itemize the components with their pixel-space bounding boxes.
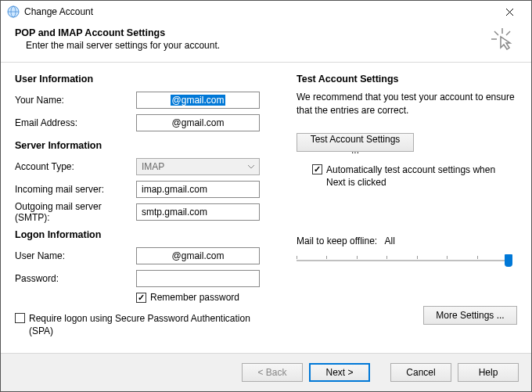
password-label: Password: xyxy=(15,273,136,284)
account-type-select: IMAP xyxy=(136,158,260,175)
mail-offline-value: All xyxy=(385,236,395,246)
user-name-input[interactable] xyxy=(136,247,260,264)
titlebar: Change Account xyxy=(1,1,531,23)
server-information-heading: Server Information xyxy=(15,140,273,151)
user-information-heading: User Information xyxy=(15,74,273,85)
auto-test-row[interactable]: Automatically test account settings when… xyxy=(312,164,517,189)
svg-line-8 xyxy=(506,31,510,35)
mail-offline-label: Mail to keep offline: xyxy=(297,236,377,246)
change-account-dialog: Change Account POP and IMAP Account Sett… xyxy=(0,0,532,392)
test-recommendation-text: We recommend that you test your account … xyxy=(297,91,517,117)
spa-checkbox[interactable] xyxy=(15,313,25,323)
remember-password-label: Remember password xyxy=(150,292,239,303)
your-name-label: Your Name: xyxy=(15,95,136,106)
chevron-down-icon xyxy=(244,160,258,174)
right-column: Test Account Settings We recommend that … xyxy=(297,74,517,345)
mail-offline-section: Mail to keep offline: All xyxy=(297,236,517,267)
window-title: Change Account xyxy=(24,6,494,17)
header-title: POP and IMAP Account Settings xyxy=(15,27,517,38)
content-area: User Information Your Name: @gmail.com E… xyxy=(1,63,531,353)
auto-test-label: Automatically test account settings when… xyxy=(326,164,517,189)
spa-label: Require logon using Secure Password Auth… xyxy=(29,312,273,337)
account-type-label: Account Type: xyxy=(15,161,136,172)
incoming-server-input[interactable] xyxy=(136,181,260,198)
outgoing-server-input[interactable] xyxy=(136,203,260,221)
help-button[interactable]: Help xyxy=(458,363,519,382)
password-input[interactable] xyxy=(136,270,260,287)
app-icon xyxy=(7,5,20,18)
slider-thumb[interactable] xyxy=(505,254,512,267)
left-column: User Information Your Name: @gmail.com E… xyxy=(15,74,273,345)
remember-password-checkbox[interactable] xyxy=(136,293,146,303)
dialog-header: POP and IMAP Account Settings Enter the … xyxy=(1,23,531,62)
svg-line-7 xyxy=(494,31,498,35)
more-settings-button[interactable]: More Settings ... xyxy=(423,306,517,325)
test-account-settings-heading: Test Account Settings xyxy=(297,74,517,85)
auto-test-checkbox[interactable] xyxy=(312,164,322,174)
remember-password-row[interactable]: Remember password xyxy=(136,292,273,303)
back-button: < Back xyxy=(242,363,303,382)
your-name-input[interactable]: @gmail.com xyxy=(136,92,260,109)
email-address-input[interactable] xyxy=(136,114,260,131)
your-name-value: @gmail.com xyxy=(171,95,226,106)
cursor-decoration-icon xyxy=(491,27,514,51)
next-button[interactable]: Next > xyxy=(309,363,370,382)
close-button[interactable] xyxy=(494,2,525,21)
cancel-button[interactable]: Cancel xyxy=(390,363,451,382)
spa-row[interactable]: Require logon using Secure Password Auth… xyxy=(15,312,273,337)
dialog-footer: < Back Next > Cancel Help xyxy=(1,353,531,391)
header-subtitle: Enter the mail server settings for your … xyxy=(15,40,517,51)
account-type-value: IMAP xyxy=(142,161,164,172)
email-address-label: Email Address: xyxy=(15,117,136,128)
logon-information-heading: Logon Information xyxy=(15,229,273,240)
mail-offline-slider[interactable] xyxy=(297,254,508,267)
test-account-settings-button[interactable]: Test Account Settings ... xyxy=(297,133,414,152)
incoming-server-label: Incoming mail server: xyxy=(15,184,136,195)
user-name-label: User Name: xyxy=(15,250,136,261)
outgoing-server-label: Outgoing mail server (SMTP): xyxy=(15,201,136,223)
